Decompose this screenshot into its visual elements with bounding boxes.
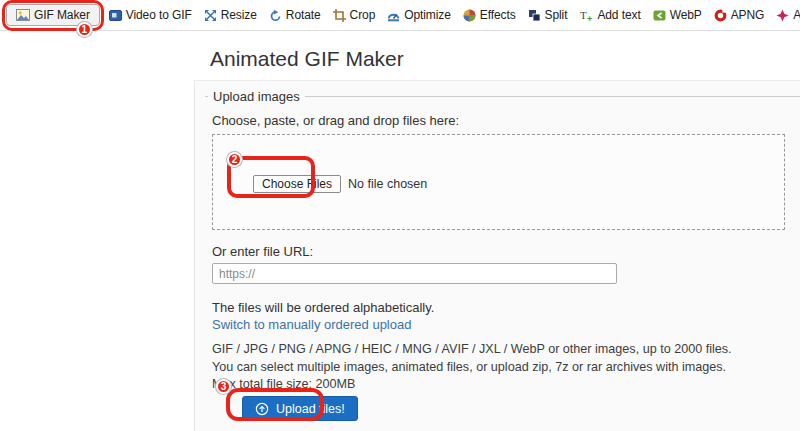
tab-apng[interactable]: APNG — [711, 6, 768, 24]
tab-label: GIF Maker — [34, 8, 90, 22]
upload-files-button[interactable]: Upload files! — [242, 396, 358, 421]
tab-avif[interactable]: AVIF — [773, 6, 800, 24]
tab-label: Optimize — [404, 8, 451, 22]
tab-label: Split — [545, 8, 568, 22]
webp-icon — [653, 9, 666, 22]
tab-resize[interactable]: Resize — [201, 6, 260, 24]
resize-icon — [204, 9, 217, 22]
page-title: Animated GIF Maker — [210, 47, 404, 71]
tab-label: AVIF — [793, 8, 800, 22]
tab-label: APNG — [731, 8, 765, 22]
upload-button-label: Upload files! — [276, 402, 345, 416]
tab-split[interactable]: Split — [525, 6, 571, 24]
tab-video-to-gif[interactable]: Video to GIF — [106, 6, 195, 24]
formats-line: Max total file size: 200MB — [212, 376, 732, 394]
active-tab-wrapper: GIF Maker 1 — [6, 4, 100, 26]
file-status-text: No file chosen — [348, 177, 427, 191]
url-label: Or enter file URL: — [212, 244, 313, 259]
tab-optimize[interactable]: Optimize — [384, 6, 454, 24]
switch-order-link[interactable]: Switch to manually ordered upload — [212, 317, 411, 332]
tab-label: Rotate — [286, 8, 321, 22]
avif-icon — [776, 9, 789, 22]
add-text-icon: T+ — [579, 9, 593, 22]
rotate-icon — [269, 9, 282, 22]
drop-instruction: Choose, paste, or drag and drop files he… — [212, 113, 459, 128]
video-icon — [109, 9, 122, 22]
order-note: The files will be ordered alphabetically… — [212, 300, 434, 315]
tab-effects[interactable]: Effects — [460, 6, 519, 24]
svg-text:T: T — [580, 9, 587, 21]
crop-icon — [333, 9, 346, 22]
split-icon — [528, 9, 541, 22]
file-url-input[interactable] — [212, 263, 617, 284]
apng-icon — [714, 9, 727, 22]
tab-label: Crop — [350, 8, 376, 22]
tab-label: WebP — [670, 8, 702, 22]
upload-cloud-icon — [255, 402, 269, 416]
tab-rotate[interactable]: Rotate — [266, 6, 324, 24]
tab-crop[interactable]: Crop — [330, 6, 379, 24]
annotation-step-badge-2: 2 — [227, 152, 242, 167]
tab-label: Effects — [480, 8, 516, 22]
optimize-icon — [387, 9, 400, 22]
annotation-step-badge-1: 1 — [77, 22, 92, 37]
formats-line: You can select multiple images, animated… — [212, 359, 732, 377]
tab-label: Add text — [597, 8, 640, 22]
formats-info: GIF / JPG / PNG / APNG / HEIC / MNG / AV… — [212, 341, 732, 394]
tab-add-text[interactable]: T+ Add text — [576, 6, 643, 24]
top-navigation: GIF Maker 1 Video to GIF Resize Rotate C… — [0, 0, 800, 31]
upload-legend: Upload images — [208, 89, 305, 104]
file-input-row: Choose Files No file chosen — [253, 175, 427, 193]
svg-text:+: + — [587, 13, 592, 22]
annotation-step-badge-3: 3 — [216, 379, 231, 394]
tab-label: Video to GIF — [126, 8, 192, 22]
choose-files-button[interactable]: Choose Files — [253, 175, 341, 193]
tab-label: Resize — [221, 8, 257, 22]
image-icon — [16, 9, 30, 21]
effects-icon — [463, 9, 476, 22]
tab-webp[interactable]: WebP — [650, 6, 705, 24]
formats-line: GIF / JPG / PNG / APNG / HEIC / MNG / AV… — [212, 341, 732, 359]
gif-maker-page: GIF Maker 1 Video to GIF Resize Rotate C… — [0, 0, 800, 431]
